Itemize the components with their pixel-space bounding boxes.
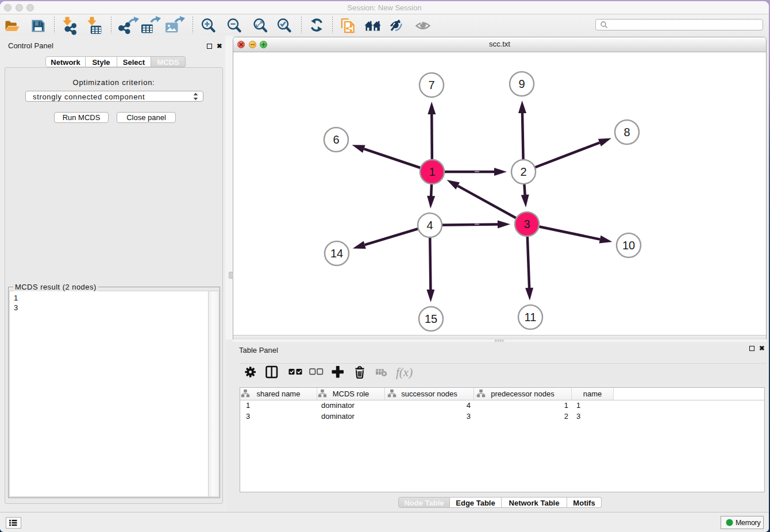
svg-text:2: 2 [520,165,526,178]
svg-text:15: 15 [425,313,437,325]
svg-text:10: 10 [622,239,635,252]
svg-text:1: 1 [429,165,435,178]
svg-text:8: 8 [623,126,630,138]
svg-text:7: 7 [428,79,434,91]
svg-text:11: 11 [525,311,537,323]
svg-text:4: 4 [426,219,433,232]
svg-text:14: 14 [330,247,343,260]
svg-text:9: 9 [518,78,525,90]
svg-text:6: 6 [333,133,339,146]
svg-text:3: 3 [523,218,530,230]
svg-text:f(x): f(x) [396,365,413,379]
